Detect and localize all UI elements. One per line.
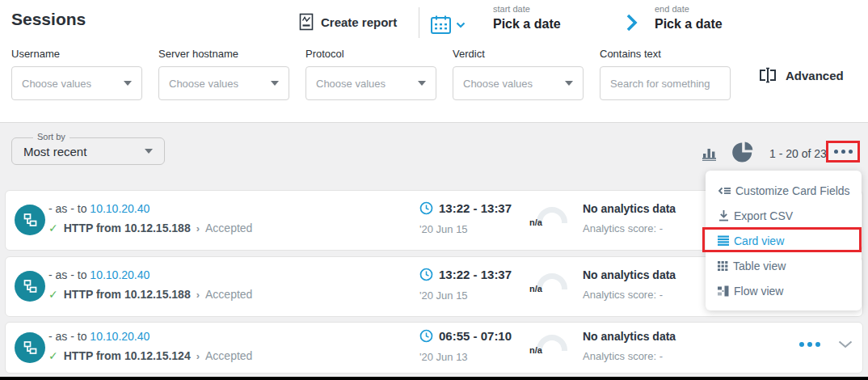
download-icon [718, 209, 730, 222]
filter-server-hostname-label: Server hostname [158, 48, 289, 60]
protocol-select-placeholder: Choose values [316, 78, 386, 90]
ellipsis-icon [834, 150, 838, 154]
score-badge: n/a [529, 345, 542, 355]
session-title: - as - to 10.10.20.40 [48, 330, 150, 343]
analytics-title: No analytics data [583, 268, 676, 281]
username-select[interactable]: Choose values [11, 66, 142, 100]
header-divider [419, 7, 419, 38]
session-time-range: 13:22 - 13:37 [439, 201, 512, 215]
sessions-page: Sessions Create report start date Pick a… [0, 0, 868, 380]
session-time-range: 06:55 - 07:10 [439, 329, 512, 343]
verdict-check-icon: ✓ [48, 288, 58, 301]
flow-view-icon [718, 285, 730, 297]
session-date: '20 Jun 13 [419, 351, 468, 363]
menu-item-card-view[interactable]: Card view [706, 228, 862, 253]
session-network-icon[interactable] [15, 205, 45, 235]
filter-protocol: Protocol Choose values [305, 48, 436, 100]
session-user: - as - to [48, 202, 86, 215]
filter-protocol-label: Protocol [305, 48, 436, 60]
analytics-gauge: n/a [529, 205, 568, 226]
sort-by-label: Sort by [33, 132, 70, 141]
session-protocol: HTTP from 10.12.15.124 [64, 349, 191, 362]
protocol-select[interactable]: Choose values [305, 66, 436, 100]
end-date-value[interactable]: Pick a date [655, 17, 723, 32]
more-options-menu: Customize Card Fields Export CSV Card vi… [706, 171, 862, 310]
date-range-arrow-icon [626, 13, 638, 36]
chevron-down-icon [271, 81, 279, 86]
pagination-status: 1 - 20 of 239 [769, 147, 833, 160]
session-subtitle: ✓ HTTP from 10.12.15.188 › Accepted [48, 222, 252, 234]
start-date-value[interactable]: Pick a date [493, 17, 561, 32]
clock-icon [419, 201, 433, 215]
chevron-down-icon [124, 81, 132, 86]
session-user: - as - to [48, 330, 86, 343]
row-expand-chevron-icon[interactable] [838, 340, 853, 348]
username-select-placeholder: Choose values [22, 78, 91, 90]
menu-item-label: Export CSV [734, 209, 793, 222]
chevron-down-icon [418, 81, 426, 86]
menu-item-customize-card-fields[interactable]: Customize Card Fields [706, 178, 862, 203]
sort-by-select[interactable]: Sort by Most recent [11, 137, 165, 165]
card-view-icon [718, 235, 730, 246]
report-document-icon [299, 13, 314, 31]
session-card[interactable]: - as - to 10.10.20.40 ✓ HTTP from 10.12.… [5, 322, 863, 374]
session-subtitle: ✓ HTTP from 10.12.15.188 › Accepted [48, 288, 252, 301]
session-target-ip-link[interactable]: 10.10.20.40 [90, 330, 150, 343]
window-edge [0, 377, 868, 380]
calendar-chevron-down-icon [456, 22, 466, 28]
analytics-score: Analytics score: - [583, 289, 663, 301]
session-protocol: HTTP from 10.12.15.188 [64, 288, 191, 301]
analytics-gauge: n/a [529, 332, 568, 354]
verdict-check-icon: ✓ [48, 222, 58, 234]
more-options-button[interactable] [826, 141, 860, 163]
session-protocol: HTTP from 10.12.15.188 [64, 222, 191, 234]
start-date-group: start date Pick a date [493, 4, 561, 32]
session-target-ip-link[interactable]: 10.10.20.40 [90, 268, 150, 281]
server-hostname-select[interactable]: Choose values [158, 66, 289, 100]
filter-verdict: Verdict Choose values [453, 48, 584, 100]
bar-chart-view-icon[interactable] [702, 146, 719, 164]
row-more-options-icon[interactable] [799, 342, 820, 347]
end-date-group: end date Pick a date [655, 4, 723, 32]
chevron-down-icon [565, 81, 573, 86]
date-picker-button[interactable] [430, 15, 466, 35]
score-badge: n/a [529, 284, 542, 293]
advanced-field-cursor-icon [758, 67, 777, 83]
create-report-button[interactable]: Create report [299, 13, 397, 31]
verdict-check-icon: ✓ [48, 349, 58, 362]
session-title: - as - to 10.10.20.40 [48, 202, 150, 215]
pie-chart-view-icon[interactable] [731, 141, 754, 167]
session-verdict: Accepted [205, 222, 252, 234]
clock-icon [419, 329, 433, 343]
contains-text-input[interactable] [610, 78, 720, 90]
sort-by-value: Most recent [23, 145, 86, 158]
verdict-select-placeholder: Choose values [463, 78, 533, 90]
session-verdict: Accepted [205, 349, 252, 362]
filter-verdict-label: Verdict [453, 48, 584, 60]
filter-contains-text: Contains text [600, 48, 731, 100]
session-network-icon[interactable] [15, 271, 45, 302]
chevron-right-icon: › [196, 222, 200, 234]
menu-item-table-view[interactable]: Table view [706, 253, 862, 278]
end-date-label: end date [655, 4, 723, 14]
session-target-ip-link[interactable]: 10.10.20.40 [90, 202, 150, 215]
verdict-select[interactable]: Choose values [453, 66, 584, 100]
session-time: 06:55 - 07:10 [419, 329, 512, 343]
menu-item-label: Table view [733, 260, 786, 272]
session-date: '20 Jun 15 [419, 223, 468, 235]
advanced-search-button[interactable]: Advanced [758, 67, 844, 83]
start-date-label: start date [493, 4, 561, 14]
server-hostname-select-placeholder: Choose values [169, 78, 238, 90]
session-network-icon[interactable] [15, 332, 45, 363]
menu-item-flow-view[interactable]: Flow view [706, 278, 862, 303]
advanced-label: Advanced [786, 69, 844, 82]
session-verdict: Accepted [205, 288, 252, 301]
menu-item-export-csv[interactable]: Export CSV [706, 203, 862, 228]
chevron-right-icon: › [196, 350, 200, 362]
filter-contains-text-label: Contains text [600, 48, 731, 60]
create-report-label: Create report [321, 15, 397, 29]
menu-item-label: Card view [734, 234, 784, 247]
clock-icon [419, 268, 433, 281]
analytics-score: Analytics score: - [583, 350, 663, 362]
session-user: - as - to [48, 268, 86, 281]
